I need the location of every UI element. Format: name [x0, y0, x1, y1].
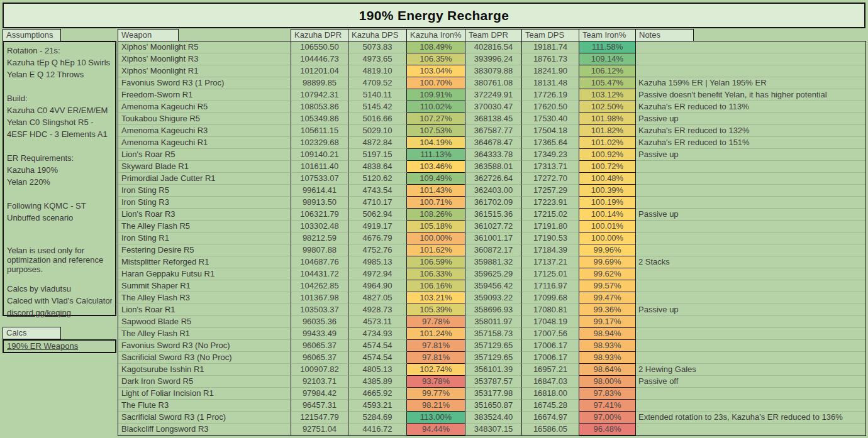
- team-iron-cell: 97.00%: [579, 412, 636, 424]
- assumption-text: Kazuha C0 4VV ER/EM/EM: [7, 104, 112, 116]
- kazuha-dps-cell: 4574.54: [348, 340, 407, 352]
- team-dps-cell: 16957.21: [522, 364, 579, 376]
- kazuha-iron-cell: 106.16%: [407, 280, 465, 292]
- team-dps-cell: 17726.19: [522, 89, 579, 101]
- team-dpr-cell: 358011.97: [465, 316, 522, 328]
- kazuha-dpr-cell: 102329.68: [291, 137, 348, 149]
- team-dps-cell: 16818.00: [522, 388, 579, 400]
- calcs-panel: 190% ER Weapons: [3, 339, 116, 353]
- team-dps-cell: 16745.28: [522, 400, 579, 412]
- assumption-text: Rotation - 21s:: [7, 45, 112, 57]
- data-grid: Xiphos' Moonlight R5106550.505073.83108.…: [118, 41, 866, 436]
- kazuha-dps-cell: 4665.92: [348, 388, 407, 400]
- kazuha-iron-cell: 103.46%: [407, 161, 465, 173]
- team-dpr-cell: 402816.54: [465, 41, 522, 53]
- team-dpr-cell: 361702.09: [465, 197, 522, 209]
- note-cell: [636, 244, 865, 256]
- kazuha-iron-cell: 113.00%: [407, 412, 465, 424]
- team-dpr-cell: 361027.72: [465, 221, 522, 233]
- weapon-cell: Primordial Jade Cutter R1: [118, 173, 291, 185]
- weapon-cell: The Flute R3: [118, 400, 291, 412]
- kazuha-iron-cell: 97.78%: [407, 316, 465, 328]
- team-dpr-cell: 362403.00: [465, 185, 522, 197]
- kazuha-dpr-cell: 107533.07: [291, 173, 348, 185]
- kazuha-iron-cell: 111.13%: [407, 149, 465, 161]
- note-cell: [636, 41, 865, 53]
- team-dpr-cell: 353787.57: [465, 376, 522, 388]
- calcs-sheet-link[interactable]: 190% ER Weapons: [7, 341, 78, 351]
- team-iron-cell: 105.47%: [579, 77, 636, 89]
- team-dpr-cell: 348307.15: [465, 424, 522, 435]
- note-cell: [636, 388, 865, 400]
- weapon-cell: Favonius Sword R3 (No Proc): [118, 340, 291, 352]
- note-cell: [636, 53, 865, 65]
- note-cell: Kazuha's ER reduced to 132%: [636, 125, 865, 137]
- note-cell: Kazuha's ER reduced to 151%: [636, 137, 865, 149]
- kazuha-dpr-cell: 107942.31: [291, 89, 348, 101]
- kazuha-dps-cell: 4928.73: [348, 304, 407, 316]
- kazuha-dpr-cell: 103302.48: [291, 221, 348, 233]
- kazuha-dpr-cell: 98913.50: [291, 197, 348, 209]
- weapon-cell: Iron Sting R5: [118, 185, 291, 197]
- weapon-cell: Lion's Roar R1: [118, 304, 291, 316]
- kazuha-dpr-cell: 96065.37: [291, 340, 348, 352]
- kazuha-iron-column-header: Kazuha Iron%: [407, 30, 465, 41]
- kazuha-dps-cell: 4838.64: [348, 161, 407, 173]
- team-dps-cell: 16847.03: [522, 376, 579, 388]
- kazuha-dps-cell: 4819.10: [348, 65, 407, 77]
- assumption-text: Yelan E Q 12 Throws: [7, 68, 112, 80]
- kazuha-dpr-cell: 100907.82: [291, 364, 348, 376]
- team-dps-cell: 17099.68: [522, 292, 579, 304]
- weapon-cell: Blackcliff Longsword R3: [118, 424, 291, 435]
- kazuha-iron-cell: 101.62%: [407, 244, 465, 256]
- team-dpr-cell: 359093.22: [465, 292, 522, 304]
- weapon-cell: Iron Sting R1: [118, 233, 291, 244]
- note-cell: [636, 280, 865, 292]
- note-cell: Kazuha's ER reduced to 113%: [636, 101, 865, 113]
- weapon-cell: Amenoma Kageuchi R1: [118, 137, 291, 149]
- team-iron-cell: 111.58%: [579, 41, 636, 53]
- team-dpr-cell: 360872.17: [465, 244, 522, 256]
- team-iron-cell: 100.19%: [579, 197, 636, 209]
- team-dps-cell: 17006.17: [522, 352, 579, 364]
- kazuha-dps-cell: 4593.21: [348, 400, 407, 412]
- assumptions-tab-label: Assumptions: [3, 29, 61, 41]
- team-iron-cell: 100.39%: [579, 185, 636, 197]
- kazuha-dpr-cell: 104431.72: [291, 268, 348, 280]
- note-cell: Passive off: [636, 376, 865, 388]
- kazuha-dpr-cell: 96065.37: [291, 352, 348, 364]
- kazuha-iron-cell: 97.81%: [407, 352, 465, 364]
- assumption-text: Build:: [7, 92, 112, 104]
- team-iron-cell: 100.00%: [579, 233, 636, 244]
- team-dpr-cell: 357129.65: [465, 340, 522, 352]
- kazuha-dpr-cell: 98212.59: [291, 233, 348, 244]
- kazuha-dpr-cell: 99807.88: [291, 244, 348, 256]
- team-dpr-cell: 364333.78: [465, 149, 522, 161]
- team-dps-cell: 17272.70: [522, 173, 579, 185]
- weapon-cell: Skyward Blade R1: [118, 161, 291, 173]
- note-cell: 2 Stacks: [636, 256, 865, 268]
- kazuha-dpr-cell: 96457.31: [291, 400, 348, 412]
- assumption-text: Unbuffed scenario: [7, 212, 112, 224]
- note-cell: 2 Hewing Gales: [636, 364, 865, 376]
- team-iron-cell: 109.14%: [579, 53, 636, 65]
- sidebar-spacer: [7, 236, 112, 244]
- weapon-cell: Xiphos' Moonlight R3: [118, 53, 291, 65]
- weapon-cell: Amenoma Kageuchi R5: [118, 101, 291, 113]
- kazuha-dps-cell: 5016.66: [348, 113, 407, 125]
- note-cell: [636, 400, 865, 412]
- kazuha-iron-cell: 99.77%: [407, 388, 465, 400]
- team-dps-cell: 18761.73: [522, 53, 579, 65]
- kazuha-dpr-cell: 92751.04: [291, 424, 348, 435]
- kazuha-dpr-cell: 92103.71: [291, 376, 348, 388]
- team-dps-cell: 17007.56: [522, 328, 579, 340]
- discord-link[interactable]: discord.gg/keqing: [7, 308, 71, 317]
- kazuha-iron-cell: 106.35%: [407, 53, 465, 65]
- team-dpr-cell: 372249.91: [465, 89, 522, 101]
- kazuha-dpr-cell: 121547.79: [291, 412, 348, 424]
- kazuha-dpr-cell: 101367.98: [291, 292, 348, 304]
- kazuha-iron-cell: 108.26%: [407, 209, 465, 221]
- weapon-cell: Sacrificial Sword R3 (1 Proc): [118, 412, 291, 424]
- sidebar-spacer: [7, 274, 112, 283]
- kazuha-dps-cell: 4385.89: [348, 376, 407, 388]
